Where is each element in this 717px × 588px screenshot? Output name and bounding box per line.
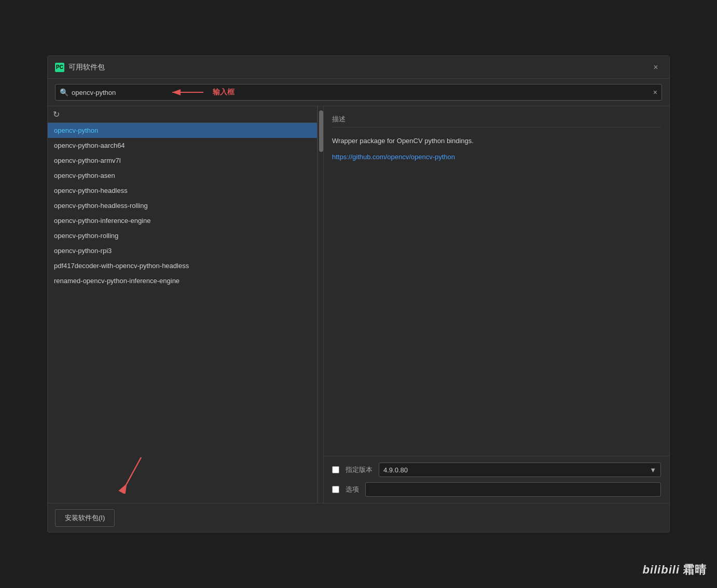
options-input[interactable] (365, 482, 661, 497)
description-label: 描述 (332, 115, 661, 128)
package-dialog: PC 可用软件包 × 🔍 × 输入框 (47, 55, 670, 533)
search-icon: 🔍 (60, 88, 68, 96)
refresh-icon[interactable]: ↻ (53, 109, 60, 119)
search-input[interactable] (72, 89, 651, 96)
version-row: 指定版本 4.9.0.80 ▼ (332, 463, 661, 477)
description-area: 描述 Wrapper package for OpenCV python bin… (324, 106, 669, 456)
scrollbar-thumb[interactable] (319, 110, 323, 152)
bilibili-logo: bilibili (642, 563, 680, 577)
install-button[interactable]: 安装软件包(I) (55, 509, 115, 527)
dialog-footer: 安装软件包(I) (48, 503, 669, 532)
version-label: 指定版本 (346, 465, 373, 474)
bilibili-name: 霜晴 (683, 562, 707, 578)
clear-icon[interactable]: × (653, 88, 657, 96)
version-checkbox[interactable] (332, 466, 339, 473)
left-panel: ↻ opencv-python opencv-python-aarch64 op… (48, 106, 318, 503)
bilibili-watermark: bilibili 霜晴 (642, 562, 707, 578)
package-list: opencv-python opencv-python-aarch64 open… (48, 123, 317, 503)
version-dropdown[interactable]: 4.9.0.80 ▼ (379, 463, 661, 477)
options-label: 选项 (346, 485, 359, 494)
description-text: Wrapper package for OpenCV python bindin… (332, 136, 661, 147)
list-item[interactable]: pdf417decoder-with-opencv-python-headles… (48, 258, 317, 273)
app-icon: PC (55, 63, 64, 72)
close-button[interactable]: × (650, 61, 662, 74)
list-item[interactable]: opencv-python-headless (48, 183, 317, 198)
list-item[interactable]: opencv-python-asen (48, 168, 317, 183)
dialog-title: 可用软件包 (68, 63, 650, 72)
titlebar: PC 可用软件包 × (48, 56, 669, 79)
list-item[interactable]: opencv-python-headless-rolling (48, 198, 317, 213)
refresh-bar: ↻ (48, 106, 317, 123)
list-item[interactable]: opencv-python-aarch64 (48, 138, 317, 153)
scrollbar-track[interactable] (318, 106, 324, 503)
version-value: 4.9.0.80 (383, 466, 408, 474)
list-item[interactable]: opencv-python-inference-engine (48, 213, 317, 228)
options-checkbox[interactable] (332, 486, 339, 493)
right-panel: 描述 Wrapper package for OpenCV python bin… (324, 106, 669, 503)
bottom-options: 指定版本 4.9.0.80 ▼ 选项 (324, 456, 669, 503)
content-area: ↻ opencv-python opencv-python-aarch64 op… (48, 106, 669, 503)
options-row: 选项 (332, 482, 661, 497)
list-item[interactable]: renamed-opencv-python-inference-engine (48, 273, 317, 288)
dropdown-chevron-icon: ▼ (650, 466, 656, 474)
list-item[interactable]: opencv-python-armv7l (48, 153, 317, 168)
list-item[interactable]: opencv-python (48, 123, 317, 138)
description-link[interactable]: https://github.com/opencv/opencv-python (332, 153, 661, 161)
search-wrapper: 🔍 × (55, 84, 662, 101)
list-item[interactable]: opencv-python-rpi3 (48, 243, 317, 258)
list-item[interactable]: opencv-python-rolling (48, 228, 317, 243)
search-area: 🔍 × 输入框 (48, 79, 669, 106)
